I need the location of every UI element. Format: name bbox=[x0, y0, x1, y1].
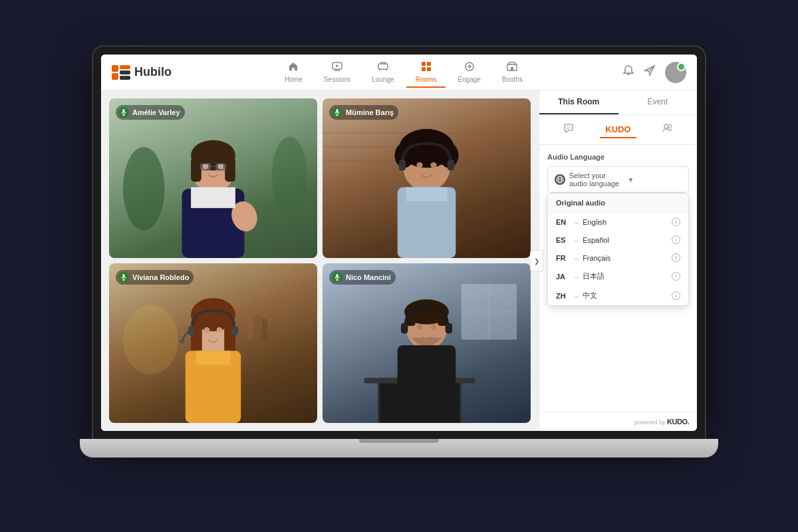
svg-rect-0 bbox=[112, 65, 118, 72]
tile-1-person-graphic bbox=[109, 98, 317, 258]
video-tile-4: Nico Mancini bbox=[323, 263, 531, 423]
info-icon-en: i bbox=[672, 217, 680, 226]
audio-language-select[interactable]: Select your audio language ▼ bbox=[547, 166, 689, 193]
info-icon-fr: i bbox=[672, 253, 680, 262]
chat-tab-icon[interactable] bbox=[558, 120, 579, 139]
video-grid: Amélie Varley bbox=[101, 90, 539, 431]
svg-point-84 bbox=[417, 325, 422, 330]
nav-right bbox=[622, 62, 686, 83]
svg-rect-13 bbox=[422, 67, 426, 71]
svg-rect-68 bbox=[123, 274, 125, 278]
svg-rect-49 bbox=[406, 188, 448, 201]
info-icon-es: i bbox=[672, 235, 680, 244]
kudo-tab-label[interactable]: KUDO bbox=[600, 122, 636, 138]
video-tile-1: Amélie Varley bbox=[109, 98, 317, 258]
rooms-icon bbox=[421, 61, 432, 74]
people-tab-icon[interactable] bbox=[657, 120, 678, 139]
audio-language-dropdown: Original audio EN – English i bbox=[547, 193, 689, 306]
svg-marker-6 bbox=[336, 65, 339, 67]
svg-point-61 bbox=[204, 327, 209, 332]
svg-point-85 bbox=[431, 325, 436, 330]
booths-icon bbox=[507, 61, 517, 74]
sessions-label: Sessions bbox=[324, 76, 351, 83]
svg-rect-88 bbox=[398, 345, 456, 423]
participant-name-2: Mümine Barış bbox=[329, 105, 398, 120]
svg-rect-27 bbox=[201, 164, 211, 170]
svg-rect-4 bbox=[120, 76, 130, 80]
screen-bezel: Hubilo Home bbox=[93, 47, 705, 439]
home-icon bbox=[288, 61, 299, 74]
home-label: Home bbox=[285, 76, 303, 83]
user-avatar[interactable] bbox=[665, 62, 686, 83]
laptop-shell: Hubilo Home bbox=[80, 47, 718, 485]
svg-rect-24 bbox=[225, 158, 235, 182]
participant-name-3: Viviana Robledo bbox=[116, 270, 194, 285]
svg-point-44 bbox=[416, 162, 422, 168]
kudo-tabs: KUDO bbox=[539, 115, 697, 145]
send-icon[interactable] bbox=[644, 65, 656, 80]
lang-option-es[interactable]: ES – Español i bbox=[548, 231, 688, 249]
rooms-label: Rooms bbox=[416, 76, 437, 83]
video-tile-2: Mümine Barış bbox=[323, 98, 531, 258]
video-tile-3: Viviana Robledo bbox=[109, 263, 317, 423]
audio-select-wrapper: Select your audio language ▼ Original au… bbox=[547, 166, 689, 193]
screen-inner: Hubilo Home bbox=[101, 55, 697, 431]
engage-label: Engage bbox=[458, 76, 480, 83]
lang-option-zh[interactable]: ZH – 中文 i bbox=[548, 286, 688, 305]
svg-rect-50 bbox=[336, 109, 338, 113]
original-audio-option[interactable]: Original audio bbox=[548, 194, 688, 213]
tile-3-person-graphic bbox=[109, 263, 317, 423]
svg-point-18 bbox=[123, 147, 165, 230]
panel-content: Audio Language bbox=[539, 145, 697, 412]
nav-item-sessions[interactable]: Sessions bbox=[315, 57, 360, 87]
svg-rect-8 bbox=[378, 64, 388, 69]
nav-items: Home Sessions bbox=[185, 57, 622, 87]
svg-point-45 bbox=[430, 162, 436, 168]
svg-rect-23 bbox=[191, 158, 201, 182]
tab-event[interactable]: Event bbox=[618, 90, 698, 114]
logo-area[interactable]: Hubilo bbox=[112, 65, 172, 80]
engage-icon bbox=[464, 61, 475, 74]
svg-rect-2 bbox=[120, 65, 130, 69]
svg-point-43 bbox=[402, 129, 452, 162]
chevron-down-icon: ▼ bbox=[628, 176, 682, 184]
svg-rect-64 bbox=[232, 326, 238, 336]
lang-option-en[interactable]: EN – English i bbox=[548, 213, 688, 231]
info-icon-zh: i bbox=[672, 291, 680, 300]
globe-icon bbox=[555, 174, 565, 185]
svg-rect-63 bbox=[188, 326, 194, 336]
mic-badge-4 bbox=[332, 272, 342, 283]
svg-rect-56 bbox=[262, 319, 267, 340]
laptop-base bbox=[80, 439, 718, 458]
mic-badge-2 bbox=[332, 107, 342, 118]
notification-icon[interactable] bbox=[622, 65, 634, 80]
svg-rect-55 bbox=[255, 315, 260, 340]
svg-point-62 bbox=[217, 327, 222, 332]
svg-rect-28 bbox=[216, 164, 226, 170]
lounge-label: Lounge bbox=[372, 76, 394, 83]
svg-rect-87 bbox=[446, 323, 452, 334]
svg-point-19 bbox=[272, 136, 307, 213]
nav-item-engage[interactable]: Engage bbox=[448, 57, 489, 87]
kudo-brand: KUDO. bbox=[667, 418, 689, 426]
lang-option-ja[interactable]: JA – 日本語 i bbox=[548, 267, 688, 286]
mic-badge-3 bbox=[118, 272, 129, 283]
right-panel: ❯ This Room Event bbox=[539, 90, 697, 431]
svg-rect-3 bbox=[120, 70, 130, 74]
lang-option-fr[interactable]: FR – Français i bbox=[548, 249, 688, 267]
svg-point-65 bbox=[179, 339, 184, 343]
nav-item-lounge[interactable]: Lounge bbox=[362, 57, 403, 87]
svg-rect-17 bbox=[511, 67, 513, 70]
sessions-icon bbox=[332, 61, 342, 74]
navbar: Hubilo Home bbox=[101, 55, 697, 90]
nav-item-home[interactable]: Home bbox=[275, 57, 312, 87]
svg-rect-31 bbox=[191, 188, 235, 208]
nav-item-booths[interactable]: Booths bbox=[493, 57, 532, 87]
nav-item-rooms[interactable]: Rooms bbox=[406, 57, 446, 87]
room-event-tabs: This Room Event bbox=[539, 90, 697, 115]
powered-by-footer: powered by KUDO. bbox=[539, 412, 697, 431]
tile-4-person-graphic bbox=[323, 263, 531, 423]
info-icon-ja: i bbox=[672, 272, 680, 281]
svg-rect-32 bbox=[123, 109, 125, 113]
tab-this-room[interactable]: This Room bbox=[539, 90, 618, 114]
